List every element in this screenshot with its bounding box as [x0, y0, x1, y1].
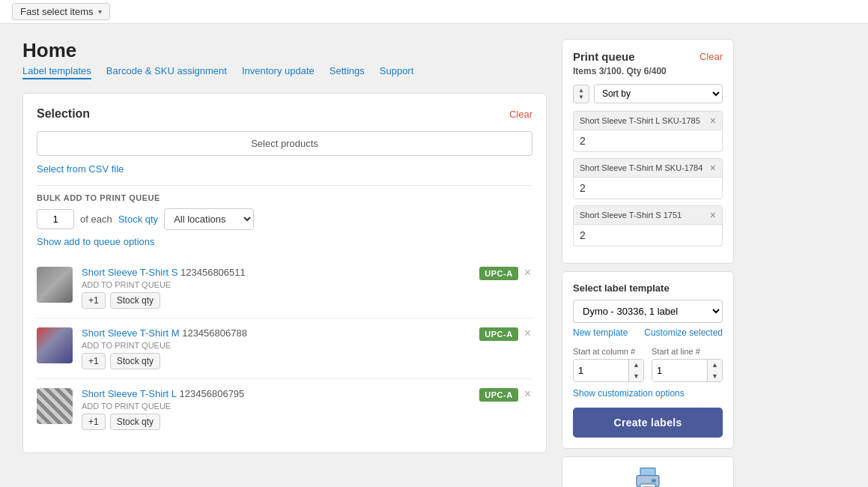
print-queue-title: Print queue: [573, 50, 635, 63]
of-each-label: of each: [80, 214, 112, 225]
queue-item-qty-2: 2: [573, 178, 723, 199]
upc-badge-m: UPC-A: [479, 327, 518, 341]
upc-badge-s: UPC-A: [479, 267, 518, 280]
remove-button-s[interactable]: ×: [523, 267, 532, 279]
tab-label-templates[interactable]: Label templates: [22, 65, 91, 79]
product-info-s: Short Sleeve T-Shirt S 123456806511 ADD …: [82, 267, 470, 309]
product-add-label-l: ADD TO PRINT QUEUE: [82, 402, 470, 411]
product-thumbnail-l: [37, 388, 73, 424]
queue-item-qty-3: 2: [573, 225, 723, 246]
divider: [37, 185, 532, 186]
queue-item-close-2[interactable]: ×: [710, 163, 716, 173]
product-right-m: UPC-A ×: [479, 327, 532, 341]
svg-rect-4: [640, 483, 655, 486]
show-options-link[interactable]: Show add to queue options: [37, 236, 532, 247]
product-actions-m: +1 Stock qty: [82, 353, 470, 369]
items-info: Items 3/100. Qty 6/400: [573, 66, 723, 76]
tab-inventory-update[interactable]: Inventory update: [242, 65, 315, 79]
selection-clear-button[interactable]: Clear: [509, 109, 532, 120]
bulk-quantity-input[interactable]: [37, 209, 74, 229]
stock-qty-button-m[interactable]: Stock qty: [110, 353, 160, 369]
stock-qty-button-s[interactable]: Stock qty: [110, 292, 160, 309]
product-thumbnail-s: [37, 267, 73, 303]
upc-badge-l: UPC-A: [479, 388, 518, 402]
product-barcode-l: 123456806795: [180, 388, 245, 399]
product-barcode-s: 123456806511: [180, 267, 246, 278]
up-arrow-icon: ▲: [578, 88, 584, 94]
remove-button-l[interactable]: ×: [523, 388, 532, 400]
column-down-arrow[interactable]: ▼: [629, 371, 643, 382]
nav-tabs: Label templates Barcode & SKU assignment…: [22, 65, 547, 79]
thumb-image-m: [37, 327, 73, 363]
queue-item-header-1: Short Sleeve T-Shirt L SKU-1785 ×: [573, 111, 723, 130]
fast-select-button[interactable]: Fast select items ▾: [12, 3, 110, 20]
product-name-m[interactable]: Short Sleeve T-Shirt M: [82, 327, 180, 339]
start-column-group: Start at column # ▲ ▼: [573, 347, 644, 382]
up-down-button[interactable]: ▲ ▼: [573, 85, 589, 103]
sort-by-select[interactable]: Sort by: [594, 84, 723, 103]
start-line-input[interactable]: [652, 360, 707, 381]
queue-item: Short Sleeve T-Shirt L SKU-1785 × 2: [573, 111, 723, 152]
product-right-s: UPC-A ×: [479, 267, 532, 280]
select-products-button[interactable]: Select products: [37, 131, 532, 156]
new-template-link[interactable]: New template: [573, 327, 628, 338]
right-panel: Print queue Clear Items 3/100. Qty 6/400…: [562, 39, 734, 487]
product-info-m: Short Sleeve T-Shirt M 123456806788 ADD …: [82, 327, 470, 369]
product-actions-l: +1 Stock qty: [82, 414, 470, 430]
thumb-image-l: [37, 388, 73, 424]
line-arrows: ▲ ▼: [707, 360, 722, 381]
plus-one-button-l[interactable]: +1: [82, 414, 106, 430]
locations-select[interactable]: All locations: [164, 208, 254, 230]
show-customization-link[interactable]: Show customization options: [573, 388, 723, 399]
create-labels-button[interactable]: Create labels: [573, 408, 723, 438]
topbar: Fast select items ▾: [0, 0, 868, 24]
column-line-row: Start at column # ▲ ▼ Start at line #: [573, 347, 723, 382]
csv-link[interactable]: Select from CSV file: [37, 163, 532, 175]
column-up-arrow[interactable]: ▲: [629, 360, 643, 371]
tab-barcode-sku[interactable]: Barcode & SKU assignment: [106, 65, 227, 79]
template-select[interactable]: Dymo - 30336, 1 label: [573, 300, 723, 323]
main-container: Home Label templates Barcode & SKU assig…: [0, 24, 868, 487]
product-list: Short Sleeve T-Shirt S 123456806511 ADD …: [37, 258, 532, 439]
queue-item-header-3: Short Sleeve T-Shirt S 1751 ×: [573, 205, 723, 225]
start-line-input-container: ▲ ▼: [652, 359, 723, 382]
start-line-label: Start at line #: [652, 347, 723, 356]
queue-items-list: Short Sleeve T-Shirt L SKU-1785 × 2 Shor…: [573, 111, 723, 246]
plus-one-button-s[interactable]: +1: [82, 292, 106, 309]
queue-item-name-2: Short Sleeve T-Shirt M SKU-1784: [580, 163, 702, 172]
queue-item-close-1[interactable]: ×: [710, 115, 716, 126]
stock-qty-link[interactable]: Stock qty: [118, 214, 158, 225]
customize-link[interactable]: Customize selected: [644, 327, 723, 338]
tab-support[interactable]: Support: [380, 65, 414, 79]
label-template-card: Select label template Dymo - 30336, 1 la…: [562, 271, 734, 449]
queue-item: Short Sleeve T-Shirt M SKU-1784 × 2: [573, 158, 723, 199]
start-line-group: Start at line # ▲ ▼: [652, 347, 723, 382]
chevron-down-icon: ▾: [98, 7, 102, 16]
line-down-arrow[interactable]: ▼: [708, 371, 722, 382]
start-column-input[interactable]: [574, 360, 628, 381]
template-links: New template Customize selected: [573, 327, 723, 338]
product-info-l: Short Sleeve T-Shirt L 123456806795 ADD …: [82, 388, 470, 430]
down-arrow-icon: ▼: [578, 94, 584, 100]
tab-settings[interactable]: Settings: [330, 65, 365, 79]
plus-one-button-m[interactable]: +1: [82, 353, 106, 369]
print-queue-header: Print queue Clear: [573, 50, 723, 63]
bulk-row: of each Stock qty All locations: [37, 208, 532, 230]
remove-button-m[interactable]: ×: [523, 327, 532, 339]
queue-item: Short Sleeve T-Shirt S 1751 × 2: [573, 205, 723, 246]
bulk-label: BULK ADD TO PRINT QUEUE: [37, 193, 532, 202]
product-right-l: UPC-A ×: [479, 388, 532, 402]
stock-qty-button-l[interactable]: Stock qty: [110, 414, 160, 430]
product-name-l[interactable]: Short Sleeve T-Shirt L: [82, 388, 177, 399]
print-queue-clear-button[interactable]: Clear: [699, 51, 723, 62]
product-barcode-m: 123456806788: [182, 327, 247, 339]
product-name-s[interactable]: Short Sleeve T-Shirt S: [82, 267, 177, 278]
queue-item-qty-1: 2: [573, 130, 723, 152]
selection-title: Selection: [37, 107, 90, 121]
queue-item-name-3: Short Sleeve T-Shirt S 1751: [580, 211, 682, 220]
queue-item-close-3[interactable]: ×: [710, 210, 716, 220]
thumb-image-s: [37, 267, 73, 303]
line-up-arrow[interactable]: ▲: [708, 360, 722, 371]
svg-rect-3: [652, 480, 656, 483]
product-add-label-s: ADD TO PRINT QUEUE: [82, 280, 470, 289]
